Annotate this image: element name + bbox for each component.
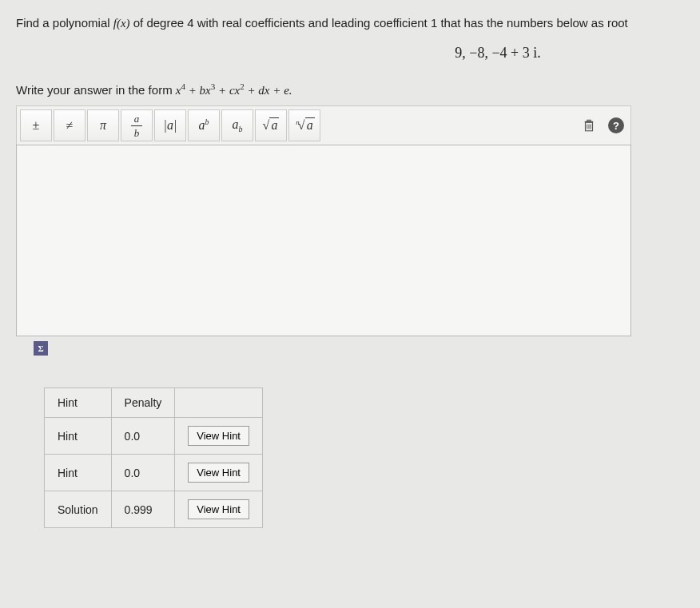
hint-penalty: 0.999 <box>111 491 175 528</box>
action-header <box>175 388 263 418</box>
fraction-numerator: a <box>134 113 140 124</box>
pi-glyph: π <box>100 118 106 133</box>
toolbar-right: ? <box>578 114 627 137</box>
plusminus-glyph: ± <box>33 118 40 133</box>
sqrt-glyph: √a <box>263 118 280 133</box>
view-hint-button[interactable]: View Hint <box>188 499 249 519</box>
svg-rect-5 <box>587 120 591 121</box>
fraction-button[interactable]: a b <box>121 109 153 141</box>
fraction-bar <box>131 125 142 126</box>
fraction-denominator: b <box>134 128 140 138</box>
table-row: Hint 0.0 View Hint <box>45 418 263 455</box>
help-button[interactable]: ? <box>605 114 627 137</box>
prompt-suffix: of degree 4 with real coefficients and l… <box>130 16 628 30</box>
hint-table-header-row: Hint Penalty <box>45 388 263 418</box>
superscript-glyph: ab <box>199 117 209 133</box>
subscript-glyph: ab <box>233 117 243 133</box>
nthroot-glyph: n√a <box>294 118 314 133</box>
equation-editor-icon[interactable]: Σ <box>34 341 48 356</box>
hint-label: Solution <box>45 491 112 528</box>
hint-header: Hint <box>45 388 112 418</box>
prompt-fx: f(x) <box>113 17 130 30</box>
hint-action: View Hint <box>175 455 263 491</box>
hint-label: Hint <box>45 455 112 491</box>
view-hint-button[interactable]: View Hint <box>188 463 249 483</box>
poly-form: x4 + bx3 + cx2 + dx + e. <box>176 84 292 97</box>
sqrt-button[interactable]: √a <box>255 109 287 141</box>
hint-action: View Hint <box>175 418 263 455</box>
math-editor: ± ≠ π a b |a| ab ab √a n√a <box>16 105 631 336</box>
prompt-prefix: Find a polynomial <box>16 16 113 30</box>
table-row: Solution 0.999 View Hint <box>45 491 263 528</box>
math-toolbar: ± ≠ π a b |a| ab ab √a n√a <box>16 105 631 145</box>
answer-input[interactable] <box>16 145 631 336</box>
penalty-header: Penalty <box>111 388 175 418</box>
answer-instruction: Write your answer in the form x4 + bx3 +… <box>16 81 700 97</box>
instruction-prefix: Write your answer in the form <box>16 83 176 97</box>
nthroot-button[interactable]: n√a <box>288 109 320 141</box>
hint-action: View Hint <box>175 491 263 528</box>
hint-penalty: 0.0 <box>111 418 175 455</box>
question-prompt: Find a polynomial f(x) of degree 4 with … <box>16 16 700 30</box>
notequal-glyph: ≠ <box>66 118 74 133</box>
pi-button[interactable]: π <box>87 109 119 141</box>
trash-button[interactable] <box>578 114 600 137</box>
superscript-button[interactable]: ab <box>188 109 220 141</box>
roots-display: 9, −8, −4 + 3 i. <box>16 45 700 62</box>
roots-text: 9, −8, −4 + 3 i. <box>455 45 540 61</box>
trash-icon <box>582 117 596 133</box>
plusminus-button[interactable]: ± <box>20 109 52 141</box>
hint-label: Hint <box>45 418 112 455</box>
hint-table: Hint Penalty Hint 0.0 View Hint Hint 0.0… <box>44 387 263 528</box>
subscript-button[interactable]: ab <box>221 109 253 141</box>
view-hint-button[interactable]: View Hint <box>188 426 249 446</box>
hint-penalty: 0.0 <box>111 455 175 491</box>
table-row: Hint 0.0 View Hint <box>45 455 263 491</box>
help-icon: ? <box>608 117 624 133</box>
abs-glyph: |a| <box>164 118 177 133</box>
abs-button[interactable]: |a| <box>154 109 186 141</box>
notequal-button[interactable]: ≠ <box>54 109 86 141</box>
